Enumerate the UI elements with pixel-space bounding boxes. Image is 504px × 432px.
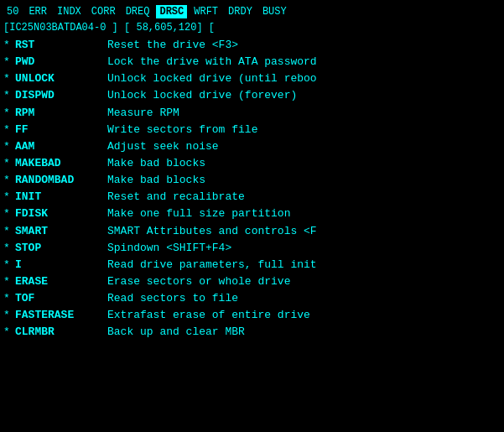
cmd-desc: Adjust seek noise [107, 138, 501, 155]
cmd-name[interactable]: FF [15, 122, 107, 138]
cmd-bullet: * [3, 206, 15, 222]
status-line: [IC25N03BATDA04-0 ] [ 58,605,120] [ [0, 20, 504, 35]
table-row: *RSTReset the drive <F3> [3, 37, 501, 54]
top-tabs[interactable]: 50ERRINDXCORRDREQDRSCWRFTDRDYBUSY [0, 3, 504, 20]
tab-indx[interactable]: INDX [54, 5, 85, 18]
cmd-desc: Reset the drive <F3> [107, 37, 501, 54]
tab-wrft[interactable]: WRFT [190, 5, 221, 18]
cmd-name[interactable]: STOP [15, 240, 107, 257]
table-row: *TOFRead sectors to file [3, 290, 501, 307]
tab-50[interactable]: 50 [3, 5, 22, 18]
cmd-name[interactable]: FASTERASE [15, 307, 107, 324]
cmd-bullet: * [3, 273, 15, 290]
cmd-desc: SMART Attributes and controls <F [107, 223, 501, 240]
cmd-name[interactable]: I [15, 257, 107, 273]
cmd-bullet: * [3, 122, 15, 138]
commands-table: *RSTReset the drive <F3>*PWDLock the dri… [0, 35, 504, 343]
table-row: *AAMAdjust seek noise [3, 138, 501, 155]
cmd-desc: Lock the drive with ATA password [107, 54, 501, 70]
cmd-bullet: * [3, 307, 15, 324]
cmd-desc: Read sectors to file [107, 290, 501, 307]
cmd-desc: Measure RPM [107, 105, 501, 122]
cmd-bullet: * [3, 324, 15, 341]
table-row: *ERASEErase sectors or whole drive [3, 273, 501, 290]
cmd-name[interactable]: AAM [15, 138, 107, 155]
cmd-name[interactable]: MAKEBAD [15, 155, 107, 172]
cmd-desc: Write sectors from file [107, 122, 501, 138]
cmd-bullet: * [3, 223, 15, 240]
cmd-desc: Back up and clear MBR [107, 324, 501, 341]
cmd-bullet: * [3, 240, 15, 257]
tab-busy[interactable]: BUSY [259, 5, 290, 18]
table-row: *DISPWDUnlock locked drive (forever) [3, 87, 501, 104]
cmd-bullet: * [3, 189, 15, 206]
cmd-name[interactable]: DISPWD [15, 87, 107, 104]
cmd-name[interactable]: UNLOCK [15, 70, 107, 87]
cmd-name[interactable]: SMART [15, 223, 107, 240]
cmd-name[interactable]: RPM [15, 105, 107, 122]
cmd-desc: Make bad blocks [107, 172, 501, 189]
table-row: *FFWrite sectors from file [3, 122, 501, 138]
tab-drsc[interactable]: DRSC [156, 5, 187, 18]
cmd-bullet: * [3, 257, 15, 273]
cmd-bullet: * [3, 87, 15, 104]
cmd-desc: Unlock locked drive (until reboo [107, 70, 501, 87]
cmd-desc: Make one full size partition [107, 206, 501, 222]
cmd-bullet: * [3, 70, 15, 87]
table-row: *RPMMeasure RPM [3, 105, 501, 122]
cmd-name[interactable]: TOF [15, 290, 107, 307]
cmd-name[interactable]: PWD [15, 54, 107, 70]
cmd-name[interactable]: INIT [15, 189, 107, 206]
table-row: *MAKEBADMake bad blocks [3, 155, 501, 172]
cmd-bullet: * [3, 172, 15, 189]
cmd-name[interactable]: ERASE [15, 273, 107, 290]
tab-dreq[interactable]: DREQ [122, 5, 153, 18]
tab-corr[interactable]: CORR [88, 5, 119, 18]
cmd-bullet: * [3, 37, 15, 54]
tab-err[interactable]: ERR [25, 5, 50, 18]
cmd-name[interactable]: RANDOMBAD [15, 172, 107, 189]
cmd-bullet: * [3, 54, 15, 70]
cmd-desc: Make bad blocks [107, 155, 501, 172]
table-row: *SMARTSMART Attributes and controls <F [3, 223, 501, 240]
cmd-name[interactable]: CLRMBR [15, 324, 107, 341]
cmd-desc: Erase sectors or whole drive [107, 273, 501, 290]
table-row: *STOPSpindown <SHIFT+F4> [3, 240, 501, 257]
cmd-bullet: * [3, 155, 15, 172]
cmd-desc: Spindown <SHIFT+F4> [107, 240, 501, 257]
cmd-bullet: * [3, 105, 15, 122]
table-row: *FASTERASEExtrafast erase of entire driv… [3, 307, 501, 324]
table-row: *INITReset and recalibrate [3, 189, 501, 206]
table-row: *RANDOMBADMake bad blocks [3, 172, 501, 189]
table-row: *PWDLock the drive with ATA password [3, 54, 501, 70]
tab-drdy[interactable]: DRDY [225, 5, 256, 18]
cmd-desc: Unlock locked drive (forever) [107, 87, 501, 104]
terminal: 50ERRINDXCORRDREQDRSCWRFTDRDYBUSY [IC25N… [0, 0, 504, 432]
cmd-desc: Read drive parameters, full init [107, 257, 501, 273]
table-row: *IRead drive parameters, full init [3, 257, 501, 273]
table-row: *CLRMBRBack up and clear MBR [3, 324, 501, 341]
table-row: *UNLOCKUnlock locked drive (until reboo [3, 70, 501, 87]
cmd-desc: Extrafast erase of entire drive [107, 307, 501, 324]
cmd-bullet: * [3, 290, 15, 307]
cmd-name[interactable]: FDISK [15, 206, 107, 222]
cmd-bullet: * [3, 138, 15, 155]
table-row: *FDISKMake one full size partition [3, 206, 501, 222]
cmd-desc: Reset and recalibrate [107, 189, 501, 206]
cmd-name[interactable]: RST [15, 37, 107, 54]
